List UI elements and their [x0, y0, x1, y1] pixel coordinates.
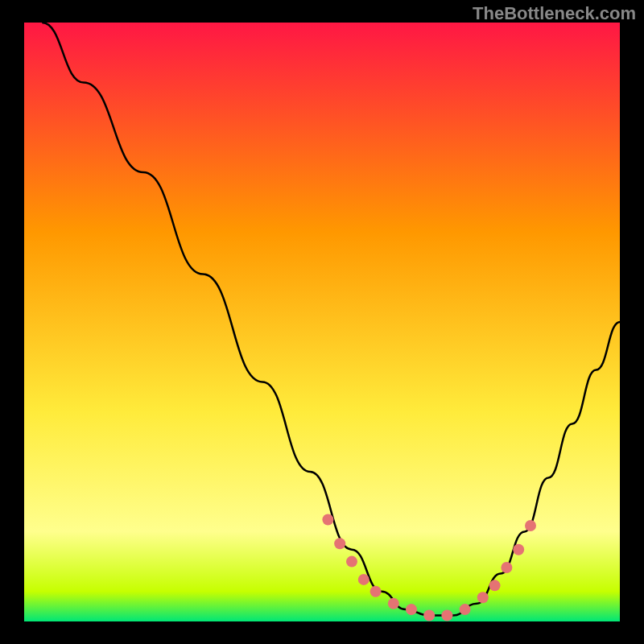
data-marker [423, 610, 435, 621]
data-marker [370, 586, 382, 597]
data-marker [489, 580, 501, 591]
data-marker [525, 520, 536, 531]
data-marker [501, 562, 512, 573]
data-marker [322, 514, 333, 526]
data-marker [460, 604, 471, 615]
data-marker [334, 538, 345, 549]
chart-container: TheBottleneck.com [0, 0, 644, 644]
data-marker [358, 574, 369, 585]
chart-plot-area [24, 23, 620, 621]
data-marker [388, 598, 399, 609]
data-marker [513, 544, 524, 555]
data-marker [406, 604, 417, 615]
watermark-text: TheBottleneck.com [473, 3, 636, 24]
data-marker [477, 592, 489, 603]
data-marker [346, 556, 357, 568]
chart-svg [0, 0, 644, 644]
data-marker [441, 610, 452, 621]
